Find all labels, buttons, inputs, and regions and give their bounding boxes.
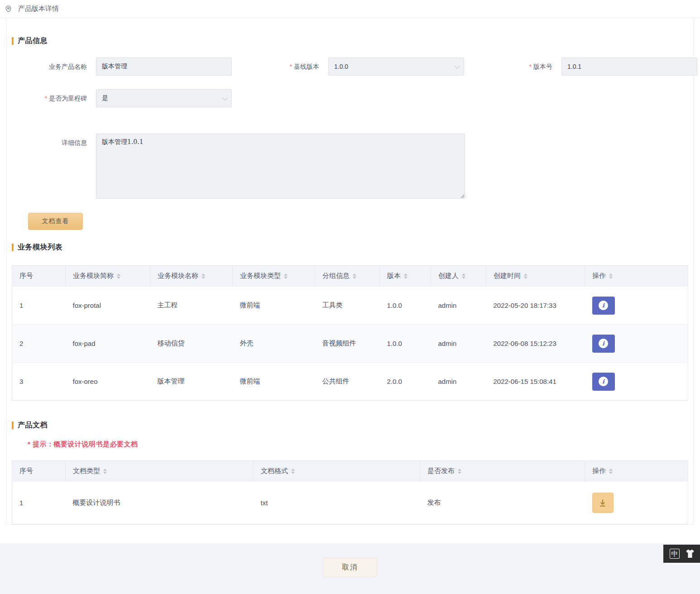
- page-title: 产品版本详情: [18, 5, 59, 13]
- sort-carets-icon[interactable]: [404, 273, 408, 279]
- download-button[interactable]: [592, 493, 614, 513]
- footer-bar: 取消 中: [0, 543, 700, 594]
- cell-module-type: 微前端: [233, 363, 315, 401]
- milestone-select[interactable]: 是: [96, 89, 232, 107]
- cell-module-short-name: fox-protal: [66, 287, 150, 325]
- column-label: 文档类型: [73, 467, 100, 475]
- chevron-down-icon: [222, 95, 228, 101]
- sort-carets-icon[interactable]: [103, 469, 107, 474]
- column-label: 分组信息: [322, 272, 350, 280]
- skin-theme-icon[interactable]: [685, 548, 695, 559]
- cell-creator: admin: [431, 287, 486, 325]
- column-header-module-name[interactable]: 业务模块名称: [150, 266, 233, 287]
- baseline-version-select[interactable]: 1.0.0: [328, 57, 464, 76]
- cell-version: 2.0.0: [380, 363, 431, 401]
- sort-carets-icon[interactable]: [284, 273, 288, 279]
- info-icon: i: [599, 377, 608, 386]
- detail-info-label: 详细信息: [12, 134, 96, 152]
- module-table-header-row: 序号业务模块简称业务模块名称业务模块类型分组信息版本创建人创建时间操作: [12, 266, 688, 287]
- column-header-creator[interactable]: 创建人: [431, 266, 486, 287]
- column-header-index: 序号: [12, 266, 66, 287]
- cell-index: 3: [12, 363, 66, 401]
- table-row: 2fox-pad移动信贷外壳音视频组件1.0.0admin2022-06-08 …: [12, 325, 688, 363]
- sort-carets-icon[interactable]: [353, 273, 356, 279]
- sort-carets-icon[interactable]: [291, 469, 295, 474]
- translate-widget: 中: [663, 545, 700, 563]
- section-title-text: 业务模块列表: [18, 243, 62, 252]
- column-header-operation[interactable]: 操作: [585, 266, 688, 287]
- product-name-field: 业务产品名称: [12, 57, 232, 76]
- cell-operation: i: [585, 287, 688, 325]
- column-label: 操作: [592, 272, 606, 280]
- column-header-version[interactable]: 版本: [380, 266, 431, 287]
- sort-carets-icon[interactable]: [609, 469, 613, 474]
- cell-version: 1.0.0: [380, 287, 431, 325]
- form-row-2: *是否为里程碑 是: [12, 89, 688, 107]
- cell-module-name: 移动信贷: [150, 325, 233, 363]
- required-asterisk: *: [529, 63, 532, 70]
- column-header-publish-status[interactable]: 是否发布: [420, 461, 585, 482]
- section-title-text: 产品文档: [18, 421, 48, 430]
- sort-carets-icon[interactable]: [524, 273, 527, 279]
- version-number-input[interactable]: [561, 57, 697, 76]
- cell-module-type: 外壳: [233, 325, 315, 363]
- cell-module-short-name: fox-oreo: [66, 363, 150, 401]
- form-row-3: 详细信息 版本管理1.0.1: [12, 134, 688, 199]
- section-module-list: 业务模块列表: [12, 243, 688, 252]
- doc-table-header-row: 序号文档类型文档格式是否发布操作: [12, 461, 688, 482]
- sort-carets-icon[interactable]: [609, 273, 613, 279]
- version-number-field: *版本号: [464, 57, 697, 76]
- product-name-label: 业务产品名称: [12, 57, 96, 76]
- sort-carets-icon[interactable]: [117, 273, 120, 279]
- cell-operation: i: [585, 363, 688, 401]
- cell-create-time: 2022-06-08 15:12:23: [486, 325, 585, 363]
- column-header-doc-type[interactable]: 文档类型: [66, 461, 254, 482]
- sort-carets-icon[interactable]: [462, 273, 465, 279]
- info-button[interactable]: i: [592, 373, 615, 391]
- doc-table: 序号文档类型文档格式是否发布操作 1概要设计说明书txt发布: [12, 460, 688, 524]
- column-label: 序号: [19, 467, 33, 475]
- column-header-create-time[interactable]: 创建时间: [486, 266, 585, 287]
- language-toggle[interactable]: 中: [670, 549, 680, 559]
- cell-index: 1: [12, 482, 66, 524]
- detail-info-textarea[interactable]: 版本管理1.0.1: [96, 134, 465, 199]
- column-header-group-info[interactable]: 分组信息: [315, 266, 380, 287]
- column-header-doc-format[interactable]: 文档格式: [254, 461, 420, 482]
- cell-create-time: 2022-06-15 15:08:41: [486, 363, 585, 401]
- chevron-down-icon: [454, 63, 460, 69]
- column-header-module-type[interactable]: 业务模块类型: [233, 266, 315, 287]
- required-asterisk: *: [45, 95, 47, 102]
- module-table: 序号业务模块简称业务模块名称业务模块类型分组信息版本创建人创建时间操作 1fox…: [12, 265, 688, 401]
- column-label: 创建时间: [494, 272, 521, 280]
- column-label: 业务模块类型: [240, 272, 281, 280]
- cell-publish-status: 发布: [420, 482, 585, 524]
- cell-doc-format: txt: [254, 482, 420, 524]
- doc-view-button[interactable]: 文档查看: [28, 213, 83, 230]
- cell-group-info: 音视频组件: [315, 325, 380, 363]
- column-header-module-short-name[interactable]: 业务模块简称: [66, 266, 150, 287]
- main-panel: 产品信息 业务产品名称 *基线版本 1.0.0 *版本号 *是否为里程碑 是: [6, 18, 694, 525]
- cell-group-info: 工具类: [315, 287, 380, 325]
- info-button[interactable]: i: [592, 297, 615, 315]
- milestone-value: 是: [102, 94, 108, 102]
- cell-module-type: 微前端: [233, 287, 315, 325]
- column-label: 序号: [19, 272, 33, 280]
- section-product-docs: 产品文档: [12, 421, 688, 430]
- sort-carets-icon[interactable]: [458, 469, 461, 474]
- section-title-text: 产品信息: [18, 36, 48, 46]
- version-number-label: *版本号: [464, 57, 561, 76]
- location-pin-icon: [5, 5, 12, 13]
- table-row: 3fox-oreo版本管理微前端公共组件2.0.0admin2022-06-15…: [12, 363, 688, 401]
- cell-version: 1.0.0: [380, 325, 431, 363]
- info-icon: i: [599, 339, 608, 348]
- cancel-button[interactable]: 取消: [323, 558, 377, 577]
- milestone-field: *是否为里程碑 是: [12, 89, 232, 107]
- product-name-input[interactable]: [96, 57, 232, 76]
- column-header-operation[interactable]: 操作: [585, 461, 688, 482]
- column-label: 业务模块名称: [158, 272, 198, 280]
- required-doc-hint: * 提示：概要设计说明书是必要文档: [28, 440, 688, 449]
- sort-carets-icon[interactable]: [201, 273, 205, 279]
- column-header-index: 序号: [12, 461, 66, 482]
- column-label: 是否发布: [427, 467, 455, 475]
- info-button[interactable]: i: [592, 335, 615, 353]
